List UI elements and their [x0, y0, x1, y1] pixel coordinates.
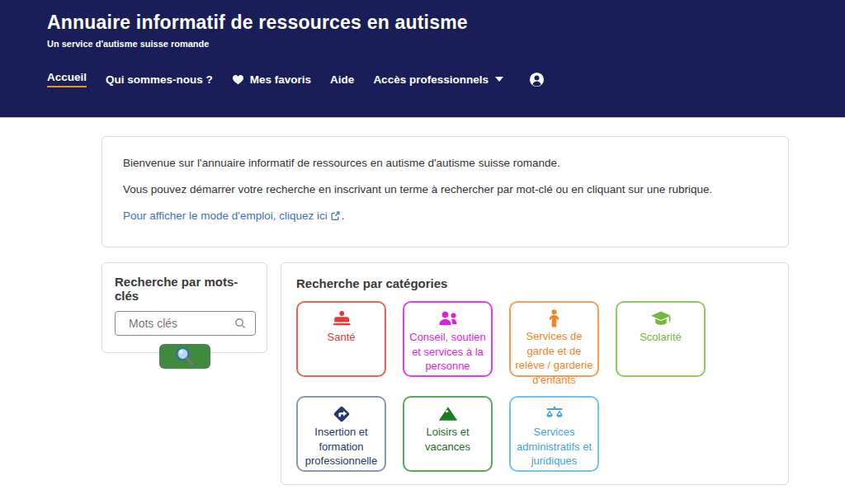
category-label: Scolarité	[640, 330, 682, 345]
categories-title: Recherche par catégories	[296, 276, 773, 290]
keyword-search-title: Recherche par mots-clés	[115, 275, 254, 303]
category-tile-conseil[interactable]: Conseil, soutien et services à la person…	[403, 301, 493, 377]
patient-icon	[332, 309, 352, 328]
two-users-icon	[437, 309, 459, 328]
magnifier-icon	[174, 346, 196, 366]
nav-qui-sommes-nous[interactable]: Qui sommes-nous ?	[106, 73, 213, 86]
page-title: Annuaire informatif de ressources en aut…	[47, 12, 845, 34]
category-label: Services administratifs et juridiques	[512, 425, 597, 469]
main-content: Bienvenue sur l'annuaire informatif de r…	[101, 136, 789, 485]
site-header: Annuaire informatif de ressources en aut…	[0, 0, 845, 118]
main-nav: Accueil Qui sommes-nous ? Mes favoris Ai…	[47, 71, 845, 87]
category-tile-administratif[interactable]: Services administratifs et juridiques	[509, 396, 599, 472]
keyword-search-card: Recherche par mots-clés	[101, 262, 267, 353]
nav-mes-favoris-label: Mes favoris	[250, 73, 311, 86]
search-submit-button[interactable]	[159, 344, 210, 369]
welcome-line-1: Bienvenue sur l'annuaire informatif de r…	[123, 157, 767, 169]
category-label: Conseil, soutien et services à la person…	[405, 330, 490, 374]
mode-emploi-link[interactable]: Pour afficher le mode d'emploi, cliquez …	[123, 210, 328, 222]
search-icon	[234, 318, 246, 332]
mountain-icon	[438, 404, 458, 423]
categories-card: Recherche par catégories Santé	[281, 262, 789, 485]
category-tiles: Santé Conseil, soutien et services à la …	[296, 301, 773, 472]
external-link-icon	[331, 210, 340, 223]
category-label: Loisirs et vacances	[405, 425, 490, 454]
category-tile-scolarite[interactable]: Scolarité	[616, 301, 706, 377]
category-tile-insertion[interactable]: Insertion et formation professionnelle	[296, 396, 386, 472]
welcome-line-3-period: .	[342, 210, 345, 222]
category-label: Services de garde et de relève / garderi…	[512, 329, 597, 387]
directions-icon	[333, 404, 351, 423]
nav-mes-favoris[interactable]: Mes favoris	[232, 73, 311, 86]
nav-acces-professionnels[interactable]: Accès professionnels	[373, 73, 503, 86]
user-circle-icon	[529, 72, 545, 87]
category-tile-garde[interactable]: Services de garde et de relève / garderi…	[509, 301, 599, 377]
child-icon	[549, 309, 559, 327]
heart-icon	[232, 74, 244, 85]
graduation-cap-icon	[650, 309, 672, 328]
balance-scale-icon	[545, 404, 564, 423]
chevron-down-icon	[495, 77, 503, 82]
welcome-line-3: Pour afficher le mode d'emploi, cliquez …	[123, 210, 767, 223]
page-subtitle: Un service d'autisme suisse romande	[47, 39, 845, 49]
category-label: Insertion et formation professionnelle	[299, 425, 384, 469]
welcome-line-2: Vous pouvez démarrer votre recherche en …	[123, 183, 767, 195]
nav-acces-professionnels-label: Accès professionnels	[373, 73, 489, 86]
nav-aide[interactable]: Aide	[330, 73, 354, 86]
user-account-button[interactable]	[529, 72, 545, 87]
search-row: Recherche par mots-clés Recherche par ca…	[101, 262, 789, 485]
category-tile-loisirs[interactable]: Loisirs et vacances	[403, 396, 493, 472]
nav-accueil[interactable]: Accueil	[47, 71, 87, 87]
category-tile-sante[interactable]: Santé	[296, 301, 386, 377]
welcome-card: Bienvenue sur l'annuaire informatif de r…	[101, 136, 789, 247]
category-label: Santé	[328, 330, 356, 345]
